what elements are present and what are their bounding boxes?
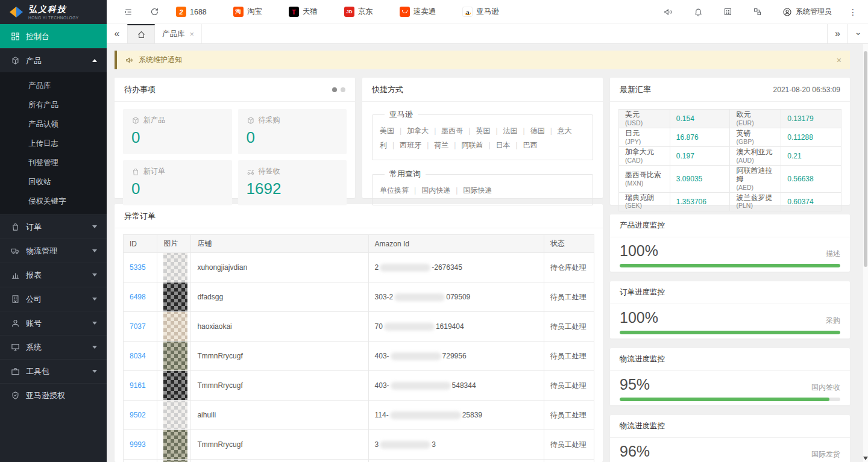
notice-text[interactable]: 系统维护通知: [139, 55, 182, 65]
order-id-link[interactable]: 5335: [130, 263, 146, 272]
order-id-link[interactable]: 7037: [130, 322, 146, 331]
shortcut-link-br[interactable]: 巴西: [523, 141, 538, 149]
marketplace-link-jd[interactable]: JD 京东: [344, 7, 373, 17]
refresh-icon[interactable]: [150, 7, 159, 16]
todo-tile-to-purchase[interactable]: 待采购 0: [238, 109, 347, 154]
sidebar-item-label: 物流管理: [26, 246, 57, 257]
user-avatar-icon: [782, 7, 792, 17]
sidebar-item-label: 产品: [26, 55, 42, 66]
progress-percent: 95%: [620, 376, 650, 393]
sidebar-item-toolkit[interactable]: 工具包: [0, 359, 107, 383]
tab-home[interactable]: [127, 24, 155, 43]
table-row: 7037 haoxiaokai 701619404 待员工处理: [124, 312, 594, 342]
page-scrollbar[interactable]: [863, 44, 868, 462]
carousel-dot-active[interactable]: [332, 87, 337, 92]
order-status: 待员工处理: [544, 430, 594, 460]
sidebar-item-label: 报表: [26, 270, 42, 281]
app-title: 弘义科技: [28, 4, 79, 15]
currency-name: 波兰兹罗提: [736, 194, 775, 202]
tabs-scroll-right-icon[interactable]: [827, 24, 848, 43]
todo-tile-to-receive[interactable]: 待签收 1692: [238, 160, 347, 205]
shortcut-link-ca[interactable]: 加拿大: [407, 126, 441, 135]
bell-icon[interactable]: [694, 7, 703, 16]
workflow-icon[interactable]: [753, 7, 762, 16]
sidebar-subitem-recycle-bin[interactable]: 回收站: [0, 172, 107, 192]
shield-check-icon: [11, 391, 20, 400]
sidebar-subitem-all-products[interactable]: 所有产品: [0, 95, 107, 114]
shortcut-link-de[interactable]: 德国: [530, 126, 558, 135]
marketplace-link-amazon[interactable]: a 亚马逊: [462, 7, 499, 17]
tabs-menu-icon[interactable]: [848, 24, 868, 43]
sidebar-item-amazon-auth[interactable]: 亚马逊授权: [0, 383, 107, 407]
sidebar-item-system[interactable]: 系统: [0, 335, 107, 359]
user-menu[interactable]: 系统管理员: [782, 7, 832, 17]
marketplace-link-aliexpress[interactable]: 速卖通: [400, 7, 436, 17]
progress-label: 国际发货: [811, 449, 840, 460]
sidebar-item-reports[interactable]: 报表: [0, 263, 107, 287]
shortcut-link-mx[interactable]: 墨西哥: [441, 126, 476, 135]
shortcut-link-nl[interactable]: 荷兰: [434, 141, 461, 149]
sidebar-item-logistics[interactable]: 物流管理: [0, 239, 107, 263]
sidebar-subitem-infringing-keywords[interactable]: 侵权关键字: [0, 192, 107, 211]
marketplace-link-taobao[interactable]: 淘 淘宝: [233, 7, 262, 17]
app-logo: 弘义科技 HONG YI TECHNOLOGY: [0, 0, 107, 24]
shortcut-link-es[interactable]: 西班牙: [400, 141, 434, 149]
order-id-link[interactable]: 9502: [130, 411, 146, 419]
todo-card: 待办事项 新产品: [115, 78, 355, 198]
currency-code: (JPY): [625, 138, 664, 145]
order-id-link[interactable]: 9161: [130, 381, 146, 390]
scrollbar-down-arrow-icon[interactable]: [863, 457, 868, 460]
product-image: [163, 401, 187, 430]
sidebar-subitem-product-claim[interactable]: 产品认领: [0, 114, 107, 134]
todo-tile-new-orders[interactable]: 新订单 0: [123, 160, 232, 205]
shortcut-link-jp[interactable]: 日本: [496, 141, 523, 149]
sidebar-item-company[interactable]: 公司: [0, 287, 107, 311]
sidebar-subitem-listing-mgmt[interactable]: 刊登管理: [0, 153, 107, 172]
close-tab-icon[interactable]: [190, 30, 195, 39]
tile-label: 新订单: [143, 166, 165, 176]
sidebar-item-accounts[interactable]: 账号: [0, 311, 107, 335]
app-list-icon[interactable]: [723, 7, 732, 16]
collapse-sidebar-icon[interactable]: [124, 7, 133, 17]
announcement-icon[interactable]: [664, 7, 673, 17]
chevron-down-icon: [92, 298, 97, 301]
order-id-link[interactable]: 9993: [130, 440, 146, 449]
scrollbar-thumb[interactable]: [864, 51, 867, 267]
currency-name: 日元: [625, 130, 664, 138]
todo-tile-new-products[interactable]: 新产品 0: [123, 109, 232, 154]
tabs-scroll-left-icon[interactable]: [107, 24, 127, 43]
close-notice-icon[interactable]: [837, 55, 841, 65]
currency-rate: 0.56638: [781, 166, 841, 193]
order-id-link[interactable]: 6498: [130, 293, 146, 301]
shortcut-link-intl-express[interactable]: 国际快递: [463, 186, 492, 195]
amazon-id: 303-2079509: [368, 283, 544, 312]
briefcase-icon: [11, 367, 20, 376]
order-id-link[interactable]: 8034: [130, 352, 146, 360]
tile-label: 新产品: [143, 115, 165, 125]
currency-code: (CAD): [625, 157, 664, 164]
product-image: [163, 253, 187, 283]
sidebar-subitem-upload-log[interactable]: 上传日志: [0, 134, 107, 153]
sidebar-subitem-product-library[interactable]: 产品库: [0, 76, 107, 95]
shortcut-link-us[interactable]: 美国: [380, 126, 407, 135]
sidebar-item-console[interactable]: 控制台: [0, 24, 107, 48]
marketplace-link-1688[interactable]: 2 1688: [176, 7, 207, 17]
progress-label: 描述: [826, 249, 840, 259]
shortcut-link-fr[interactable]: 法国: [503, 126, 530, 135]
product-image: [163, 460, 187, 462]
sidebar-item-orders[interactable]: 订单: [0, 214, 107, 239]
tab-product-library[interactable]: 产品库: [155, 24, 202, 43]
carousel-dot[interactable]: [341, 87, 345, 92]
shortcut-link-domestic-express[interactable]: 国内快递: [421, 186, 463, 195]
more-menu-icon[interactable]: [849, 7, 857, 17]
sidebar-item-product[interactable]: 产品: [0, 48, 107, 72]
marketplace-link-tmall[interactable]: T 天猫: [289, 7, 318, 17]
shortcut-link-uk[interactable]: 英国: [476, 126, 503, 135]
currency-code: (MXN): [625, 179, 664, 187]
shortcut-link-ae[interactable]: 阿联酋: [461, 141, 495, 149]
table-header-row: ID 图片 店铺 Amazon Id 状态: [124, 235, 594, 253]
shortcut-link-unit-convert[interactable]: 单位换算: [380, 186, 421, 195]
product-image: [163, 283, 187, 312]
shop-name: [191, 460, 368, 462]
tile-value: 0: [131, 128, 224, 147]
